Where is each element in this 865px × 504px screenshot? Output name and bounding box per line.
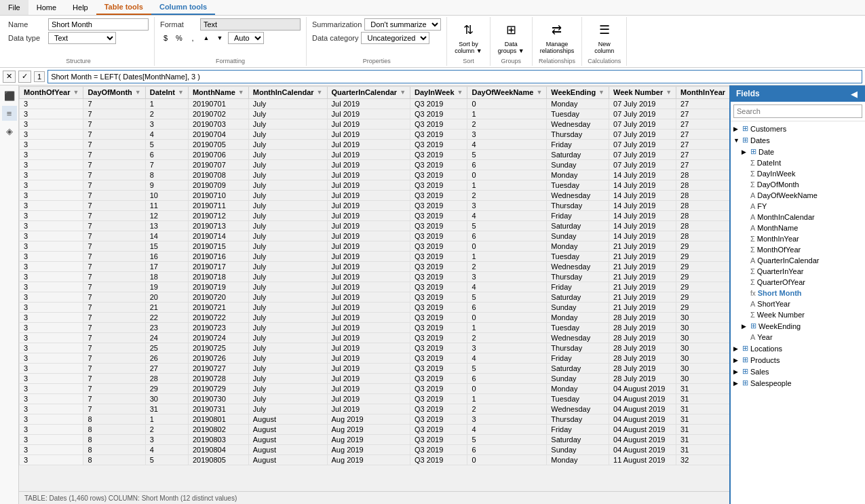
- groups-label: Groups: [496, 56, 526, 64]
- field-item-dayofmonth[interactable]: ΣDayOfMonth: [731, 179, 865, 190]
- table-cell: 14 July 2019: [609, 180, 676, 191]
- table-cell: July: [248, 292, 327, 303]
- field-item-salespeople[interactable]: ▶⊞Salespeople: [731, 377, 865, 389]
- field-label: Products: [750, 356, 780, 364]
- table-row: 373120190731JulyJul 2019Q3 20192Wednesda…: [20, 404, 730, 414]
- field-item-locations[interactable]: ▶⊞Locations: [731, 343, 865, 354]
- formula-cancel-button[interactable]: ✕: [3, 71, 16, 83]
- col-header-dayinweek[interactable]: DayInWeek▼: [410, 86, 467, 98]
- table-cell: 20190701: [188, 98, 248, 109]
- model-view-icon[interactable]: ◈: [2, 123, 17, 138]
- decrease-symbol[interactable]: ▼: [214, 33, 225, 43]
- tab-file[interactable]: File: [0, 0, 28, 15]
- name-input[interactable]: [48, 18, 149, 31]
- field-item-year[interactable]: AYear: [731, 332, 865, 343]
- field-item-monthinyear[interactable]: ΣMonthInYear: [731, 233, 865, 244]
- fields-search-input[interactable]: [733, 104, 862, 118]
- col-header-monthincalendar[interactable]: MonthInCalendar▼: [248, 86, 327, 98]
- field-item-week-number[interactable]: ΣWeek Number: [731, 309, 865, 320]
- field-item-dateint[interactable]: ΣDateInt: [731, 157, 865, 168]
- field-item-dayinweek[interactable]: ΣDayInWeek: [731, 168, 865, 179]
- table-cell: 3: [20, 343, 83, 353]
- col-header-quarterincalendar[interactable]: QuarterInCalendar▼: [327, 86, 410, 98]
- col-header-monthofyear[interactable]: MonthOfYear▼: [20, 86, 83, 98]
- field-item-quarterincalendar[interactable]: AQuarterInCalendar: [731, 255, 865, 266]
- col-header-dayofweekname[interactable]: DayOfWeekName▼: [467, 86, 547, 98]
- col-header-monthinyear[interactable]: MonthInYear▼: [676, 86, 729, 98]
- field-label: MonthOfYear: [757, 246, 801, 254]
- col-header-week-number[interactable]: Week Number▼: [609, 86, 676, 98]
- formula-confirm-button[interactable]: ✓: [18, 71, 31, 83]
- sort-label: Sort: [453, 56, 484, 64]
- datacategory-dropdown[interactable]: Uncategorized: [361, 32, 429, 44]
- tree-toggle[interactable]: ▶: [742, 149, 748, 155]
- formula-input[interactable]: [47, 70, 862, 83]
- table-cell: 3: [467, 414, 547, 425]
- tree-toggle[interactable]: ▼: [733, 137, 740, 144]
- field-item-monthname[interactable]: AMonthName: [731, 222, 865, 233]
- percent-symbol[interactable]: %: [174, 33, 185, 43]
- report-view-icon[interactable]: ⬛: [2, 88, 17, 103]
- tree-toggle[interactable]: ▶: [733, 380, 740, 387]
- sort-by-column-button[interactable]: ⇅ Sort bycolumn ▼: [453, 18, 484, 56]
- data-view-icon[interactable]: ≡: [2, 106, 17, 121]
- summarization-dropdown[interactable]: Don't summarize: [364, 18, 441, 31]
- table-scroll[interactable]: MonthOfYear▼DayOfMonth▼DateInt▼MonthName…: [19, 85, 729, 491]
- field-item-quarterinyear[interactable]: ΣQuarterInYear: [731, 266, 865, 277]
- col-header-dayofmonth[interactable]: DayOfMonth▼: [83, 86, 145, 98]
- tab-column-tools[interactable]: Column tools: [151, 0, 215, 15]
- tab-table-tools[interactable]: Table tools: [96, 0, 151, 15]
- field-item-dayofweekname[interactable]: ADayOfWeekName: [731, 190, 865, 201]
- field-item-sales[interactable]: ▶⊞Sales: [731, 366, 865, 377]
- fields-panel-collapse-button[interactable]: ◀: [849, 88, 860, 99]
- tab-home[interactable]: Home: [28, 0, 64, 15]
- data-groups-button[interactable]: ⊞ Datagroups ▼: [496, 18, 526, 56]
- main-area: ⬛ ≡ ◈ MonthOfYear▼DayOfMonth▼DateInt▼Mon…: [0, 85, 865, 504]
- field-item-date[interactable]: ▶⊞Date: [731, 146, 865, 157]
- table-cell: 27: [676, 119, 729, 130]
- field-item-customers[interactable]: ▶⊞Customers: [731, 123, 865, 134]
- col-header-dateint[interactable]: DateInt▼: [145, 86, 188, 98]
- table-cell: 14 July 2019: [609, 231, 676, 241]
- table-cell: 31: [676, 404, 729, 414]
- table-cell: 5: [145, 455, 188, 465]
- tree-toggle[interactable]: ▶: [733, 368, 740, 375]
- table-cell: 20190723: [188, 323, 248, 333]
- comma-symbol[interactable]: ,: [187, 33, 198, 43]
- table-cell: Jul 2019: [327, 160, 410, 170]
- table-cell: 20190731: [188, 404, 248, 414]
- relationships-icon: ⇄: [546, 20, 568, 39]
- field-item-monthincalendar[interactable]: AMonthInCalendar: [731, 212, 865, 222]
- tree-toggle[interactable]: ▶: [733, 345, 740, 352]
- tree-toggle[interactable]: ▶: [742, 323, 748, 330]
- format-input[interactable]: [200, 18, 301, 31]
- formula-col-num: 1: [34, 71, 45, 82]
- tree-toggle[interactable]: ▶: [733, 125, 740, 132]
- field-item-quarterofyear[interactable]: ΣQuarterOfYear: [731, 277, 865, 288]
- table-cell: 3: [20, 282, 83, 292]
- col-header-monthname[interactable]: MonthName▼: [188, 86, 248, 98]
- field-item-shortyear[interactable]: AShortYear: [731, 298, 865, 309]
- datatype-dropdown[interactable]: Text: [48, 32, 116, 44]
- new-column-button[interactable]: ☰ Newcolumn: [592, 18, 617, 56]
- table-cell: 9: [145, 180, 188, 191]
- field-item-fy[interactable]: AFY: [731, 201, 865, 212]
- increase-symbol[interactable]: ▲: [201, 33, 212, 43]
- tab-help[interactable]: Help: [64, 0, 96, 15]
- field-item-short-month[interactable]: fxShort Month: [731, 288, 865, 298]
- auto-dropdown[interactable]: Auto: [228, 32, 264, 44]
- manage-relationships-button[interactable]: ⇄ Managerelationships: [538, 18, 577, 56]
- field-item-weekending[interactable]: ▶⊞WeekEnding: [731, 320, 865, 332]
- dollar-symbol[interactable]: $: [160, 33, 171, 43]
- table-cell: 7: [83, 333, 145, 343]
- field-item-monthofyear[interactable]: ΣMonthOfYear: [731, 244, 865, 255]
- table-cell: Aug 2019: [327, 414, 410, 425]
- col-header-weekending[interactable]: WeekEnding▼: [547, 86, 609, 98]
- tree-toggle[interactable]: ▶: [733, 357, 740, 364]
- table-cell: Q3 2019: [410, 323, 467, 333]
- table-cell: Q3 2019: [410, 191, 467, 201]
- field-item-products[interactable]: ▶⊞Products: [731, 354, 865, 366]
- table-cell: 4: [467, 211, 547, 221]
- table-cell: 13: [145, 221, 188, 231]
- field-item-dates[interactable]: ▼⊞Dates: [731, 134, 865, 146]
